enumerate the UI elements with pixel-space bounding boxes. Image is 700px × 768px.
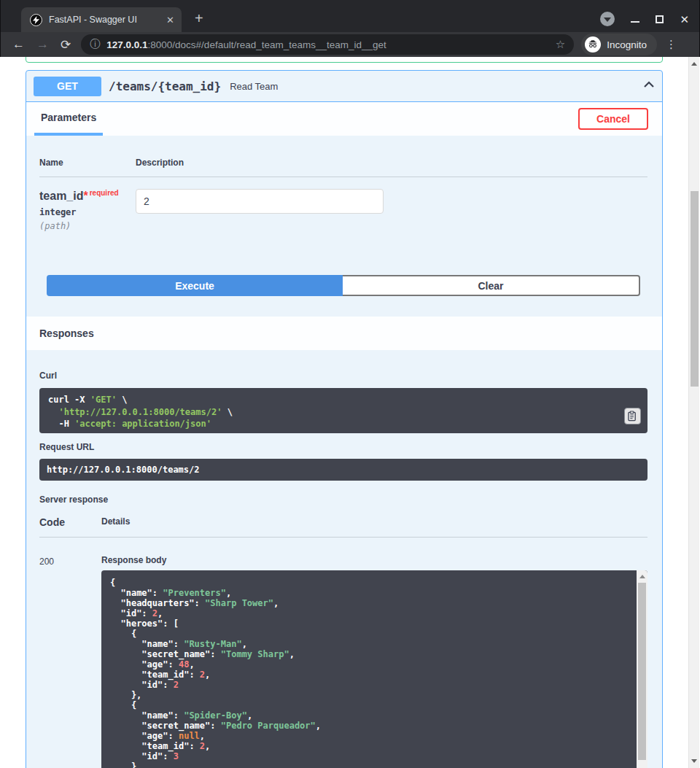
scroll-up-icon[interactable] <box>639 575 645 578</box>
parameters-header: Parameters Cancel <box>26 102 662 136</box>
copy-icon[interactable] <box>624 408 641 424</box>
response-body-json: { "name": "Preventers", "headquarters": … <box>101 570 648 768</box>
url-text: 127.0.0.1:8000/docs#/default/read_team_t… <box>106 39 550 50</box>
window-close-button[interactable]: ✕ <box>680 14 689 25</box>
team-id-input[interactable] <box>136 189 384 214</box>
maximize-button[interactable] <box>656 15 664 23</box>
previous-opblock-partial <box>26 57 663 63</box>
page-scroll-down-icon[interactable] <box>691 759 697 763</box>
endpoint-summary: Read Team <box>230 81 278 92</box>
details-column-header: Details <box>101 516 648 528</box>
endpoint-path: /teams/{team_id} <box>109 79 221 93</box>
scrollbar-thumb[interactable] <box>638 583 646 760</box>
required-badge: required <box>90 189 119 197</box>
parameter-row: team_id*required integer (path) <box>39 177 648 231</box>
forward-button[interactable]: → <box>36 37 49 52</box>
status-code: 200 <box>39 549 101 768</box>
incognito-icon <box>585 36 601 53</box>
new-tab-button[interactable]: + <box>195 10 203 27</box>
tab-parameters[interactable]: Parameters <box>34 102 103 136</box>
page-scrollbar[interactable] <box>688 57 699 768</box>
page-scroll-up-icon[interactable] <box>691 62 697 66</box>
site-info-icon[interactable]: ⓘ <box>90 38 100 51</box>
execute-row: Execute Clear <box>47 275 640 296</box>
column-header-name: Name <box>39 158 136 168</box>
reload-button[interactable]: ⟳ <box>61 37 71 53</box>
responses-header: Responses <box>26 317 662 350</box>
response-body-label: Response body <box>101 555 648 565</box>
response-body-scrollbar[interactable] <box>637 570 648 768</box>
responses-title: Responses <box>39 327 94 339</box>
bookmark-star-icon[interactable]: ☆ <box>556 38 565 51</box>
request-url-label: Request URL <box>39 442 648 452</box>
response-body-block: { "name": "Preventers", "headquarters": … <box>101 570 648 768</box>
browser-tab[interactable]: FastAPI - Swagger UI ✕ <box>21 7 182 32</box>
request-url-value: http://127.0.0.1:8000/teams/2 <box>39 459 648 481</box>
method-badge: GET <box>34 77 101 96</box>
browser-toolbar: ← → ⟳ ⓘ 127.0.0.1:8000/docs#/default/rea… <box>0 32 700 57</box>
page-scrollbar-thumb[interactable] <box>691 191 699 387</box>
tab-close-icon[interactable]: ✕ <box>166 15 174 26</box>
minimize-button[interactable] <box>631 21 639 23</box>
curl-command: curl -X 'GET' \ 'http://127.0.0.1:8000/t… <box>39 388 648 433</box>
incognito-label: Incognito <box>607 39 647 50</box>
responses-section: Curl curl -X 'GET' \ 'http://127.0.0.1:8… <box>26 350 662 768</box>
back-button[interactable]: ← <box>12 37 25 52</box>
parameter-type: integer <box>39 207 136 217</box>
tab-title: FastAPI - Swagger UI <box>49 15 162 25</box>
parameters-section: Name Description team_id*required intege… <box>26 136 662 317</box>
server-response-label: Server response <box>39 494 648 505</box>
clear-button[interactable]: Clear <box>343 275 640 296</box>
fastapi-favicon-icon <box>30 14 42 26</box>
incognito-badge: Incognito <box>581 34 657 55</box>
cancel-button[interactable]: Cancel <box>578 108 648 130</box>
swagger-page: GET /teams/{team_id} Read Team Parameter… <box>0 57 700 768</box>
parameter-location: (path) <box>39 221 136 231</box>
collapse-chevron-icon[interactable] <box>642 77 656 95</box>
execute-button[interactable]: Execute <box>47 275 343 296</box>
curl-label: Curl <box>39 371 648 381</box>
browser-titlebar: FastAPI - Swagger UI ✕ + ✕ <box>0 0 700 32</box>
update-indicator-icon[interactable] <box>600 12 615 26</box>
get-opblock: GET /teams/{team_id} Read Team Parameter… <box>26 70 663 768</box>
browser-menu-icon[interactable]: ⋮ <box>666 38 677 51</box>
address-bar[interactable]: ⓘ 127.0.0.1:8000/docs#/default/read_team… <box>81 34 574 55</box>
code-column-header: Code <box>39 516 101 528</box>
parameter-name: team_id*required <box>39 189 136 203</box>
column-header-description: Description <box>136 158 648 168</box>
opblock-summary[interactable]: GET /teams/{team_id} Read Team <box>26 71 662 102</box>
